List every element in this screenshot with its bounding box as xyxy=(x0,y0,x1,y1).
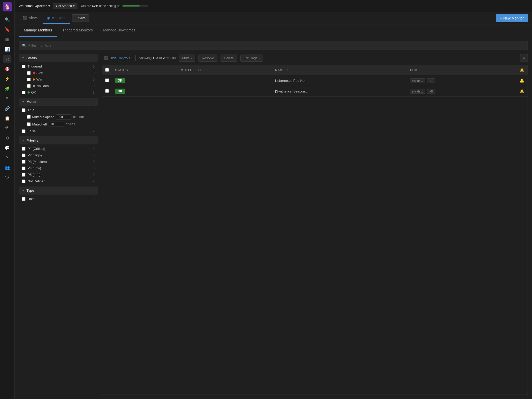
row2-checkbox[interactable] xyxy=(105,89,109,93)
chat-sidebar-icon[interactable]: 💬 xyxy=(3,144,11,152)
edit-tags-button[interactable]: Edit Tags xyxy=(240,55,263,62)
tags-column-header: TAGS xyxy=(407,65,516,75)
host-label: Host xyxy=(28,197,87,201)
eye-sidebar-icon[interactable]: 👁 xyxy=(3,124,11,132)
muted-false-checkbox[interactable] xyxy=(22,129,25,133)
filter-p4[interactable]: P4 (Low) 0 xyxy=(19,165,98,171)
filter-p2[interactable]: P2 (High) 0 xyxy=(19,152,98,158)
muted-elapsed-checkbox[interactable] xyxy=(27,115,31,119)
hide-controls-button[interactable]: ⬛ Hide Controls xyxy=(102,55,132,61)
welcome-text: Welcome, Operator! xyxy=(19,4,50,8)
muted-left-checkbox[interactable] xyxy=(27,122,31,126)
filter-host[interactable]: Host 0 xyxy=(19,196,98,202)
chart-sidebar-icon[interactable]: 📊 xyxy=(3,45,11,53)
svg-text:🐕: 🐕 xyxy=(4,4,10,10)
muted-left-suffix: or less xyxy=(66,122,75,126)
tab-views[interactable]: ⬛ Views xyxy=(19,13,43,24)
table-settings-button[interactable]: ⚙ xyxy=(520,54,528,62)
filter-p5[interactable]: P5 (Info) 0 xyxy=(19,171,98,178)
type-section-header[interactable]: ▼ Type xyxy=(19,187,98,195)
row2-bell-cell: 🔔 xyxy=(516,86,528,97)
tab-manage-monitors[interactable]: Manage Monitors xyxy=(19,24,57,37)
filter-p3[interactable]: P3 (Medium) 0 xyxy=(19,158,98,165)
ok-checkbox[interactable] xyxy=(22,91,25,94)
muted-elapsed-suffix: or more xyxy=(73,115,84,119)
delete-button[interactable]: Delete xyxy=(221,55,237,62)
gear-sidebar-icon[interactable]: ⚙ xyxy=(3,134,11,142)
shield-sidebar-icon[interactable]: 🛡 xyxy=(3,173,11,182)
row1-checkbox-cell xyxy=(102,75,112,86)
p3-checkbox[interactable] xyxy=(22,160,25,164)
filter-warn[interactable]: Warn 0 xyxy=(19,76,98,83)
select-all-checkbox[interactable] xyxy=(105,68,109,72)
p4-checkbox[interactable] xyxy=(22,167,25,170)
row2-name-cell[interactable]: [Synthetics] Beacon... xyxy=(272,86,407,97)
muted-left-input[interactable] xyxy=(49,122,64,127)
triggered-checkbox[interactable] xyxy=(22,65,25,68)
priority-section-header[interactable]: ▼ Priority xyxy=(19,136,98,144)
list-sidebar-icon[interactable]: ≡ xyxy=(3,94,11,103)
table-sidebar-icon[interactable]: ▦ xyxy=(3,35,11,43)
mute-button[interactable]: Mute xyxy=(179,55,195,62)
nodata-checkbox[interactable] xyxy=(27,84,31,88)
get-started-button[interactable]: Get Started ▾ xyxy=(53,3,77,9)
filter-not-defined[interactable]: Not Defined 2 xyxy=(19,178,98,184)
nodata-label: No Data xyxy=(33,84,87,88)
filter-nodata[interactable]: No Data 0 xyxy=(19,83,98,89)
app-logo[interactable]: 🐕 xyxy=(3,2,12,11)
filter-alert[interactable]: Alert 0 xyxy=(19,70,98,76)
filter-triggered[interactable]: Triggered 0 xyxy=(19,63,98,70)
page-tabs: Manage Monitors Triggered Monitors Manag… xyxy=(15,24,532,37)
muted-left-column-header: MUTED LEFT xyxy=(178,65,272,75)
p1-checkbox[interactable] xyxy=(22,147,25,151)
host-checkbox[interactable] xyxy=(22,197,25,201)
search-input[interactable] xyxy=(28,43,524,48)
muted-section-header[interactable]: ▼ Muted xyxy=(19,98,98,106)
row2-extra-tags[interactable]: +5 xyxy=(427,89,435,94)
flash-sidebar-icon[interactable]: ⚡ xyxy=(3,75,11,83)
status-section-header[interactable]: ▼ Status xyxy=(19,54,98,62)
row1-bell-cell: 🔔 xyxy=(516,75,528,86)
row1-extra-tags[interactable]: +1 xyxy=(427,78,435,83)
chain-sidebar-icon[interactable]: 🔗 xyxy=(3,104,11,112)
muted-left-label: Muted left xyxy=(32,122,47,126)
row1-checkbox[interactable] xyxy=(105,78,109,82)
monitor-sidebar-icon[interactable]: ◎ xyxy=(3,55,11,63)
new-monitor-button[interactable]: + New Monitor xyxy=(496,14,528,22)
alert-count: 0 xyxy=(89,71,95,75)
p2-checkbox[interactable] xyxy=(22,154,25,157)
filter-muted-false[interactable]: False 2 xyxy=(19,128,98,134)
question-sidebar-icon[interactable]: ? xyxy=(3,154,11,162)
muted-elapsed-input[interactable] xyxy=(56,114,71,119)
filter-muted-true[interactable]: True 0 xyxy=(19,107,98,113)
p5-checkbox[interactable] xyxy=(22,173,25,177)
filter-p1[interactable]: P1 (Critical) 0 xyxy=(19,145,98,152)
row2-bell-icon[interactable]: 🔔 xyxy=(520,89,524,93)
tab-monitors[interactable]: ◉ Monitors xyxy=(43,13,70,24)
bookmark-sidebar-icon[interactable]: 🔖 xyxy=(3,25,11,34)
muted-left-row: Muted left or less xyxy=(19,121,98,128)
name-column-header[interactable]: NAME ↑ xyxy=(272,65,407,75)
p5-label: P5 (Info) xyxy=(28,173,87,177)
tab-manage-downtimes[interactable]: Manage Downtimes xyxy=(98,24,141,37)
tab-triggered-monitors[interactable]: Triggered Monitors xyxy=(57,24,98,37)
row1-bell-icon[interactable]: 🔔 xyxy=(520,78,524,83)
users-sidebar-icon[interactable]: 👥 xyxy=(3,163,11,172)
muted-true-checkbox[interactable] xyxy=(22,108,25,112)
row1-name-cell[interactable]: Kubernetes Pod He... xyxy=(272,75,407,86)
filter-ok[interactable]: OK 2 xyxy=(19,89,98,96)
save-button[interactable]: + Save xyxy=(72,14,89,22)
p4-label: P4 (Low) xyxy=(28,166,87,170)
resolve-button[interactable]: Resolve xyxy=(198,55,217,62)
row2-tag[interactable]: env:de... xyxy=(410,89,425,94)
not-defined-checkbox[interactable] xyxy=(22,179,25,183)
puzzle-sidebar-icon[interactable]: 🧩 xyxy=(3,84,11,93)
p1-count: 0 xyxy=(89,147,95,151)
target-sidebar-icon[interactable]: 🎯 xyxy=(3,65,11,73)
filter-section-type: ▼ Type Host 0 xyxy=(19,187,98,202)
warn-checkbox[interactable] xyxy=(27,78,31,81)
row1-tag[interactable]: env:de... xyxy=(410,78,425,83)
search-sidebar-icon[interactable]: 🔍 xyxy=(3,15,11,24)
clipboard-sidebar-icon[interactable]: 📋 xyxy=(3,114,11,122)
alert-checkbox[interactable] xyxy=(27,71,31,75)
